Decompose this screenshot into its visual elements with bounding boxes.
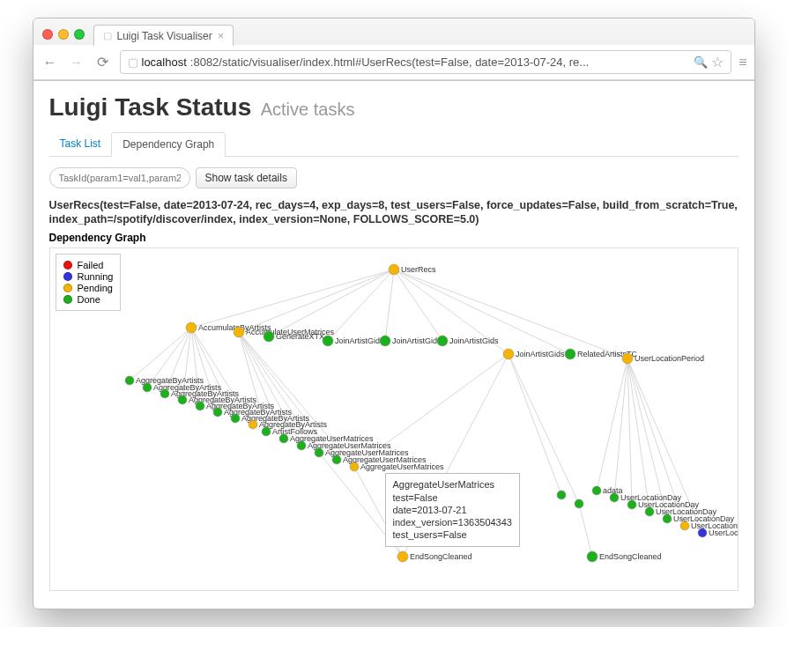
node-extra-1[interactable] <box>557 491 566 499</box>
node-join-artist-gids-1[interactable]: JoinArtistGids <box>323 336 384 346</box>
svg-point-95 <box>680 521 689 530</box>
svg-point-41 <box>234 327 244 337</box>
svg-point-103 <box>587 551 598 562</box>
toolbar: ← → ⟳ ▢ localhost:8082/static/visualiser… <box>33 45 754 80</box>
svg-point-87 <box>610 493 619 502</box>
tooltip-line-2: test=False <box>393 491 512 504</box>
dependency-graph-canvas[interactable]: Failed Running Pending Done <box>49 247 739 591</box>
svg-text:UserRecs: UserRecs <box>401 265 436 274</box>
svg-point-59 <box>143 383 152 392</box>
browser-tab[interactable]: ▢ Luigi Task Visualiser × <box>93 25 234 46</box>
page-subtitle: Active tasks <box>261 100 355 119</box>
forward-button[interactable]: → <box>67 53 86 72</box>
svg-point-57 <box>125 376 134 385</box>
node-end-song-cleaned-2[interactable]: EndSongCleaned <box>587 551 662 562</box>
browser-tab-title: Luigi Task Visualiser <box>117 30 212 42</box>
svg-line-0 <box>191 270 394 328</box>
svg-line-9 <box>130 328 191 380</box>
node-agg-um-5[interactable]: AggregateUserMatrices <box>350 462 444 471</box>
svg-text:JoinArtistGids: JoinArtistGids <box>335 336 384 345</box>
svg-point-51 <box>503 349 514 359</box>
search-icon[interactable]: 🔍 <box>694 55 708 69</box>
node-join-artist-gids-2[interactable]: JoinArtistGids <box>380 336 442 346</box>
tab-strip: ▢ Luigi Task Visualiser × <box>33 18 754 45</box>
node-extra-2[interactable] <box>575 499 583 508</box>
page-title: Luigi Task Status <box>49 93 252 121</box>
tooltip-line-5: test_users=False <box>393 528 512 541</box>
tab-task-list[interactable]: Task List <box>49 132 112 156</box>
svg-point-53 <box>565 349 575 359</box>
svg-point-37 <box>389 264 399 275</box>
svg-point-47 <box>380 336 390 346</box>
url-host: localhost <box>142 55 187 69</box>
browser-chrome: ▢ Luigi Task Visualiser × ← → ⟳ ▢ localh… <box>33 18 754 81</box>
svg-point-91 <box>645 507 654 516</box>
reload-button[interactable]: ⟳ <box>93 53 113 72</box>
svg-line-29 <box>627 358 632 505</box>
node-join-artist-gids-4[interactable]: JoinArtistGids <box>503 349 565 359</box>
tooltip-line-4: index_version=1363504343 <box>393 516 512 528</box>
node-user-location-period[interactable]: UserLocationPeriod <box>622 353 704 364</box>
svg-point-55 <box>622 353 633 364</box>
node-generate-xtx[interactable]: GenerateXTX <box>264 331 324 342</box>
zoom-window-button[interactable] <box>74 29 85 40</box>
page-info-icon[interactable]: ▢ <box>128 55 138 69</box>
close-tab-icon[interactable]: × <box>218 29 225 42</box>
bookmark-star-icon[interactable]: ☆ <box>711 54 724 70</box>
svg-point-93 <box>663 514 672 523</box>
svg-text:JoinArtistGids: JoinArtistGids <box>449 336 499 345</box>
svg-point-75 <box>279 434 288 443</box>
hamburger-menu-icon[interactable]: ≡ <box>739 55 746 70</box>
svg-line-3 <box>328 270 394 341</box>
window-controls <box>42 29 85 40</box>
svg-line-2 <box>269 270 394 336</box>
svg-point-77 <box>297 441 306 450</box>
svg-text:UserLocationPeriod: UserLocationPeriod <box>635 354 704 363</box>
svg-point-97 <box>698 528 707 537</box>
minimize-window-button[interactable] <box>58 29 69 40</box>
svg-text:JoinArtistGids: JoinArtistGids <box>516 350 565 358</box>
node-userrecs[interactable]: UserRecs <box>389 264 436 275</box>
svg-point-69 <box>231 414 240 423</box>
svg-point-83 <box>350 462 359 471</box>
view-tabs: Task List Dependency Graph <box>49 132 739 157</box>
svg-point-63 <box>178 395 187 404</box>
page-content: Luigi Task Status Active tasks Task List… <box>33 81 754 609</box>
svg-point-65 <box>196 402 204 410</box>
svg-point-39 <box>186 322 197 333</box>
svg-line-28 <box>614 358 627 498</box>
tab-dependency-graph[interactable]: Dependency Graph <box>111 132 226 157</box>
svg-line-27 <box>597 358 627 491</box>
node-tooltip: AggregateUserMatrices test=False date=20… <box>385 473 520 546</box>
svg-point-79 <box>315 448 323 457</box>
task-id-input[interactable] <box>49 167 190 188</box>
svg-point-89 <box>627 500 636 509</box>
close-window-button[interactable] <box>42 29 53 40</box>
address-bar[interactable]: ▢ localhost:8082/static/visualiser/index… <box>120 50 732 74</box>
page-icon: ▢ <box>103 30 112 41</box>
svg-text:EndSongCleaned: EndSongCleaned <box>410 552 472 561</box>
svg-point-45 <box>323 336 333 346</box>
graph-section-title: Dependency Graph <box>49 232 739 244</box>
tooltip-line-1: AggregateUserMatrices <box>393 478 512 491</box>
url-rest: :8082/static/visualiser/index.html#UserR… <box>190 55 589 69</box>
svg-point-99 <box>557 491 566 499</box>
svg-point-49 <box>437 336 448 346</box>
svg-point-73 <box>262 427 271 436</box>
tooltip-line-3: date=2013-07-21 <box>393 504 512 516</box>
node-adata[interactable]: adata <box>592 486 623 495</box>
show-task-details-button[interactable]: Show task details <box>196 167 297 188</box>
back-button[interactable]: ← <box>41 53 60 72</box>
svg-line-36 <box>579 504 592 557</box>
node-end-song-cleaned-1[interactable]: EndSongCleaned <box>397 551 472 562</box>
svg-point-67 <box>213 408 222 417</box>
svg-point-71 <box>249 420 257 429</box>
svg-text:EndSongCleaned: EndSongCleaned <box>599 552 662 561</box>
controls-row: Show task details <box>49 167 739 188</box>
node-uld-6[interactable]: UserLocationDay <box>698 528 738 537</box>
node-join-artist-gids-3[interactable]: JoinArtistGids <box>437 336 499 346</box>
svg-text:UserLocationDay: UserLocationDay <box>709 528 738 537</box>
svg-point-85 <box>592 486 601 495</box>
svg-text:AggregateUserMatrices: AggregateUserMatrices <box>360 462 444 471</box>
page-header: Luigi Task Status Active tasks <box>49 93 739 122</box>
